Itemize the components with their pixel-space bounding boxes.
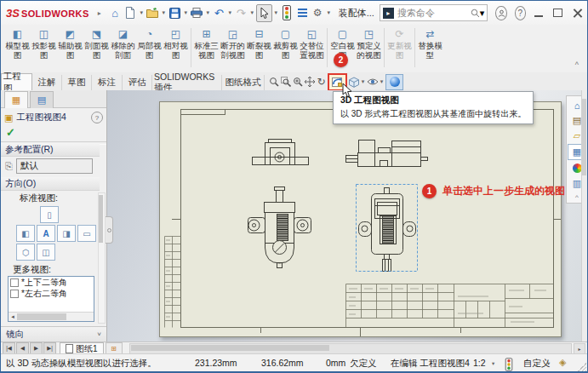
ribbon-break-view-button[interactable]: ⊟断裂视图 (246, 25, 272, 60)
add-sheet-tab[interactable]: ⊞ (106, 342, 123, 354)
unit-system[interactable]: 自定义 (523, 358, 551, 370)
panel-help-icon[interactable]: ? (91, 112, 103, 123)
zoom-fit-button[interactable] (268, 75, 279, 89)
rebuild-button[interactable] (280, 5, 294, 21)
scroll-left-icon[interactable]: ◂ (9, 313, 17, 320)
tab-drawing[interactable]: 工程图 (1, 73, 32, 90)
options-button[interactable]: ⚙ (311, 5, 325, 21)
unit-dropdown-icon[interactable]: ▾ (547, 360, 550, 367)
scroll-thumb[interactable] (99, 195, 103, 243)
file-explorer-button[interactable]: ▱ (568, 129, 581, 143)
ribbon-broken-out-section-button[interactable]: ◲断开的剖视图 (220, 25, 246, 60)
login-button[interactable] (495, 6, 506, 20)
scale-dropdown-icon[interactable]: ▾ (492, 360, 494, 367)
nav-next-button[interactable]: ▶ (30, 342, 43, 354)
resize-grip[interactable] (578, 363, 586, 371)
viewport-vscrollbar[interactable] (581, 90, 587, 341)
appearances-button[interactable] (568, 161, 581, 175)
tab-dimension[interactable]: 标注 (92, 75, 123, 90)
listbox-hscrollbar[interactable]: ◂ (9, 312, 94, 321)
display-style-button[interactable] (367, 75, 378, 89)
zoom-area-button[interactable] (280, 75, 291, 89)
close-button[interactable] (573, 9, 582, 17)
minimize-button[interactable] (534, 9, 543, 17)
tab-annotation[interactable]: 注解 (32, 75, 62, 90)
redo-button[interactable]: ↷ (234, 5, 248, 21)
undo-button[interactable]: ↶ (212, 5, 226, 21)
maximize-button[interactable] (553, 9, 562, 17)
panel-splitter-handle[interactable] (106, 216, 113, 244)
ribbon-alternate-position-button[interactable]: ◱交替位置视图 (299, 25, 325, 60)
list-item-trimetric[interactable]: *左右二等角 (9, 288, 94, 299)
drawing-view-selected[interactable] (359, 188, 416, 272)
ribbon-crop-view-button[interactable]: ▢裁剪视图 (272, 25, 299, 60)
pan-button[interactable] (304, 75, 315, 89)
panel-vscrollbar[interactable] (98, 192, 106, 324)
select-dropdown-icon[interactable]: ▾ (273, 9, 279, 16)
redo-dropdown-icon[interactable]: ▾ (249, 9, 255, 16)
home-button[interactable]: ⌂ (108, 5, 123, 21)
right-view-button[interactable]: ◨ (57, 225, 76, 242)
drawing-view-bottom-left[interactable] (248, 187, 311, 268)
rotate-view-button[interactable]: ↻ (316, 75, 327, 89)
annotation-view-button[interactable]: A (37, 225, 55, 242)
nav-first-button[interactable]: |◀ (3, 342, 15, 354)
print-button[interactable] (190, 5, 204, 21)
select-button[interactable] (256, 4, 272, 22)
ribbon-section-view-button[interactable]: ⬔剖面视图 (83, 25, 110, 60)
isometric-view-button[interactable]: ⬡ (16, 244, 35, 261)
scroll-thumb[interactable] (131, 345, 329, 351)
open-button[interactable] (146, 5, 160, 21)
reference-config-header[interactable]: 参考配置(R) (1, 143, 100, 157)
view-settings-button[interactable] (385, 74, 403, 90)
resources-button[interactable]: ⌂ (568, 98, 581, 112)
new-dropdown-icon[interactable]: ▾ (139, 9, 145, 16)
search-icon[interactable] (471, 9, 480, 18)
print-dropdown-icon[interactable]: ▾ (205, 9, 211, 16)
ribbon-projected-view-button[interactable]: ◫投影视图 (31, 25, 57, 60)
mirror-section-header[interactable]: 镜向 ˅ (1, 326, 106, 341)
zoom-in-out-button[interactable] (292, 75, 303, 89)
sheet-tab[interactable]: 图纸1 (60, 342, 104, 354)
save-dropdown-icon[interactable]: ▾ (183, 9, 189, 16)
ribbon-model-view-button[interactable]: ◧模型视图 (4, 25, 31, 60)
checkbox-icon[interactable] (10, 290, 19, 298)
tab-evaluate[interactable]: 评估 (123, 75, 152, 90)
back-view-button[interactable]: ▭ (77, 225, 96, 242)
drawing-view-top-right[interactable] (346, 141, 428, 167)
custom-properties-button[interactable]: ▥ (568, 176, 581, 191)
ribbon-collapse-icon[interactable]: ^ (575, 60, 579, 69)
drawing-view-top-left[interactable] (253, 140, 309, 165)
ok-button[interactable]: ✓ (6, 126, 15, 139)
command-search[interactable]: ▸ 搜索命令 ▾ (380, 4, 488, 21)
design-library-button[interactable]: ▤ (568, 113, 581, 128)
property-manager-tab[interactable]: ▦ (4, 91, 28, 108)
new-document-button[interactable] (123, 5, 138, 21)
undo-dropdown-icon[interactable]: ▾ (227, 9, 233, 16)
display-style-dropdown-icon[interactable]: ▾ (379, 78, 385, 85)
front-view-button[interactable]: ▯ (40, 206, 59, 223)
viewport-hscrollbar[interactable] (129, 343, 572, 354)
tab-addins[interactable]: SOLIDWORKS 插件 (152, 75, 222, 90)
task-pane-collapse-icon[interactable]: ^ (575, 193, 579, 201)
drawing-viewport[interactable]: 1 单击选中上一步生成的视图 ⌂ ▤ ▱ ▦ ▥ ^ (107, 90, 581, 341)
tab-sketch[interactable]: 草图 (62, 75, 92, 90)
config-dropdown[interactable]: 默认 (16, 158, 93, 174)
nav-prev-button[interactable]: ◀ (16, 342, 29, 354)
ribbon-predefined-view-button[interactable]: ◳预定义的视图 (356, 25, 382, 60)
top-view-button[interactable]: ◫ (37, 244, 55, 261)
toolbar-flyout-icon[interactable]: ▸ (98, 9, 101, 17)
search-dropdown-icon[interactable]: ▾ (480, 8, 485, 19)
checkbox-icon[interactable] (10, 278, 19, 287)
ribbon-replace-model-button[interactable]: ⇄替换模型 (417, 25, 443, 60)
ribbon-removed-section-button[interactable]: ◪移除的剖面 (110, 25, 136, 60)
file-properties-button[interactable] (295, 5, 310, 21)
tags-icon[interactable]: ◈ (559, 357, 566, 368)
scroll-thumb[interactable] (582, 99, 586, 175)
tab-sheet-format[interactable]: 图纸格式 (222, 75, 265, 90)
options-dropdown-icon[interactable]: ▾ (326, 9, 332, 16)
view-palette-button[interactable]: ▦ (568, 144, 581, 160)
ribbon-relative-view-button[interactable]: ◰相对视图 (163, 25, 189, 60)
view-orientation-dropdown-icon[interactable]: ▾ (360, 78, 366, 85)
nav-last-button[interactable]: ▶| (43, 342, 56, 354)
